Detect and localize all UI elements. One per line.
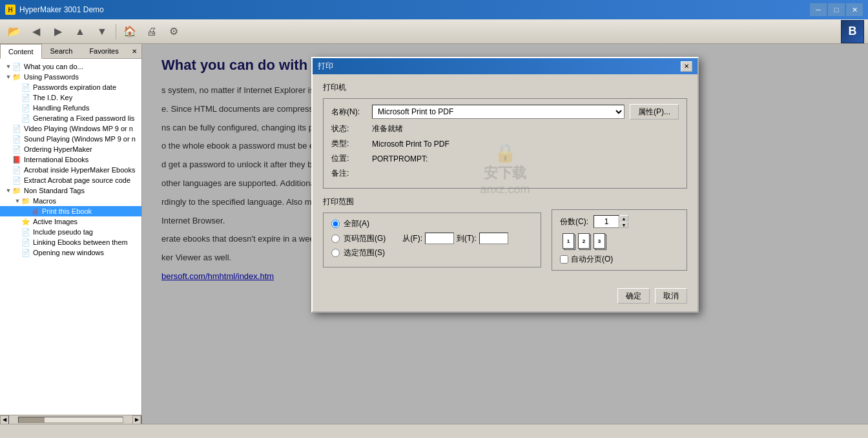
page-range-radio[interactable] <box>331 235 340 243</box>
doc-icon: 📄 <box>21 114 31 123</box>
collate-checkbox[interactable] <box>560 255 568 264</box>
printer-group: 名称(N): Microsoft Print to PDF 属性(P)... 状… <box>323 98 687 189</box>
sidebar-item-non-standard[interactable]: ▼ 📁 Non Standard Tags <box>0 185 141 196</box>
sidebar-label: Using Passwords <box>24 73 79 81</box>
sidebar-label: Print this Ebook <box>42 207 92 215</box>
sidebar-label: Acrobat inside HyperMaker Ebooks <box>24 166 135 174</box>
doc-icon: 📄 <box>12 145 22 154</box>
sidebar-item-ordering[interactable]: 📄 Ordering HyperMaker <box>0 144 141 154</box>
settings-button[interactable]: ⚙ <box>163 22 184 41</box>
status-label: 状态: <box>331 123 367 134</box>
doc-icon: 📄 <box>21 238 31 247</box>
sidebar-item-macros[interactable]: ▼ 📁 Macros <box>0 196 141 206</box>
sidebar-item-id-key[interactable]: 📄 The I.D. Key <box>0 92 141 103</box>
sidebar-item-opening-new-windows[interactable]: 📄 Opening new windows <box>0 247 141 258</box>
printer-name-label: 名称(N): <box>331 107 367 118</box>
sidebar-item-sound-playing[interactable]: 📄 Sound Playing (Windows MP 9 or n <box>0 134 141 144</box>
all-pages-row: 全部(A) <box>331 218 533 229</box>
sidebar-item-linking-ebooks[interactable]: 📄 Linking Ebooks between them <box>0 237 141 247</box>
doc-icon: 📄 <box>21 227 31 236</box>
sidebar-label: Sound Playing (Windows MP 9 or n <box>24 135 136 143</box>
title-bar: H HyperMaker 3001 Demo ─ □ ✕ <box>0 0 868 19</box>
to-input[interactable] <box>479 233 508 244</box>
sidebar-item-extract[interactable]: 📄 Extract Acrobat page source code <box>0 175 141 185</box>
sidebar-label: Video Playing (Windows MP 9 or n <box>24 125 133 132</box>
page-icon-1b: 2 <box>578 233 590 249</box>
open-button[interactable]: 📂 <box>4 22 25 41</box>
toolbar-separator <box>116 24 116 39</box>
main-layout: Content Search Favorites ✕ ▼ 📄 What you … <box>0 44 868 424</box>
selection-radio[interactable] <box>331 249 340 257</box>
all-pages-radio[interactable] <box>331 220 340 228</box>
printer-status-row: 状态: 准备就绪 <box>331 123 679 134</box>
copies-input[interactable] <box>594 215 619 228</box>
properties-button[interactable]: 属性(P)... <box>630 104 679 120</box>
cancel-button[interactable]: 取消 <box>655 288 687 304</box>
copies-group: 份数(C): ▲ ▼ <box>552 209 687 271</box>
down-button[interactable]: ▼ <box>92 22 112 41</box>
type-value: Microsoft Print To PDF <box>372 140 450 149</box>
sidebar-item-include-pseudo[interactable]: 📄 Include pseudo tag <box>0 227 141 237</box>
sidebar-label: The I.D. Key <box>33 94 72 101</box>
sidebar-tabs: Content Search Favorites ✕ <box>0 44 141 59</box>
sidebar-item-video-playing[interactable]: 📄 Video Playing (Windows MP 9 or n <box>0 123 141 134</box>
horizontal-scrollbar[interactable]: ◀ ▶ <box>0 415 141 424</box>
location-value: PORTPROMPT: <box>372 154 428 163</box>
doc-icon: 📄 <box>12 62 22 71</box>
sidebar-item-generating-fixed[interactable]: 📄 Generating a Fixed password lis <box>0 113 141 123</box>
print-range-title: 打印范围 <box>323 196 541 207</box>
from-input[interactable] <box>425 233 454 244</box>
sidebar-close-button[interactable]: ✕ <box>129 45 140 57</box>
ok-button[interactable]: 确定 <box>617 288 650 304</box>
status-bar <box>0 424 868 438</box>
window-close-button[interactable]: ✕ <box>846 3 863 16</box>
printer-name-select[interactable]: Microsoft Print to PDF <box>372 105 625 119</box>
sidebar-label: Non Standard Tags <box>24 187 85 194</box>
page-icon-1c: 3 <box>594 233 605 249</box>
sidebar-item-international[interactable]: 📕 International Ebooks <box>0 154 141 165</box>
printer-name-row: 名称(N): Microsoft Print to PDF 属性(P)... <box>331 104 679 120</box>
dialog-titlebar: 打印 ✕ <box>313 58 698 74</box>
comment-label: 备注: <box>331 168 367 179</box>
scroll-thumb[interactable] <box>19 417 45 422</box>
tab-content[interactable]: Content <box>0 44 42 59</box>
forward-button[interactable]: ▶ <box>48 22 68 41</box>
copies-down-button[interactable]: ▼ <box>619 222 628 228</box>
back-button[interactable]: ◀ <box>26 22 46 41</box>
sidebar-item-passwords-expiration[interactable]: 📄 Passwords expiration date <box>0 82 141 92</box>
printer-location-row: 位置: PORTPROMPT: <box>331 153 679 164</box>
minimize-button[interactable]: ─ <box>810 3 827 16</box>
scroll-track[interactable] <box>18 417 123 423</box>
home-button[interactable]: 🏠 <box>119 22 140 41</box>
content-wrapper: What you can do with HyperMaker HTML s s… <box>142 44 868 424</box>
copies-up-button[interactable]: ▲ <box>619 215 628 222</box>
dialog-overlay: 打印 ✕ 打印机 名称(N): Microsoft Print to PDF 属… <box>142 44 868 424</box>
sidebar-item-print-ebook[interactable]: 🖨 Print this Ebook <box>0 206 141 216</box>
print-icon: 🖨 <box>30 207 40 216</box>
dialog-close-button[interactable]: ✕ <box>681 61 692 72</box>
toolbar: 📂 ◀ ▶ ▲ ▼ 🏠 🖨 ⚙ B <box>0 19 868 44</box>
doc-icon: 📄 <box>12 176 22 185</box>
doc-icon: 📄 <box>21 248 31 257</box>
sidebar-item-handling-refunds[interactable]: 📄 Handling Refunds <box>0 103 141 113</box>
sidebar-tree: ▼ 📄 What you can do... ▼ 📁 Using Passwor… <box>0 59 141 415</box>
collate-visual: 1 2 3 <box>563 233 679 249</box>
sidebar-label: Extract Acrobat page source code <box>24 176 130 184</box>
maximize-button[interactable]: □ <box>828 3 845 16</box>
copies-inner: 份数(C): ▲ ▼ <box>560 215 679 265</box>
sidebar-item-what-you-can[interactable]: ▼ 📄 What you can do... <box>0 61 141 72</box>
up-button[interactable]: ▲ <box>70 22 90 41</box>
scroll-right[interactable]: ▶ <box>132 415 141 424</box>
page-range-row: 页码范围(G) 从(F): 到(T): <box>331 233 533 244</box>
print-button[interactable]: 🖨 <box>141 22 162 41</box>
sidebar-item-acrobat[interactable]: 📄 Acrobat inside HyperMaker Ebooks <box>0 165 141 175</box>
print-dialog: 打印 ✕ 打印机 名称(N): Microsoft Print to PDF 属… <box>311 57 699 313</box>
scroll-left[interactable]: ◀ <box>0 415 9 424</box>
selection-row: 选定范围(S) <box>331 247 533 258</box>
tab-search[interactable]: Search <box>42 44 81 58</box>
tab-favorites[interactable]: Favorites <box>81 44 127 58</box>
sidebar-item-active-images[interactable]: ⭐ Active Images <box>0 216 141 227</box>
sidebar-item-using-passwords[interactable]: ▼ 📁 Using Passwords <box>0 72 141 82</box>
sidebar-label: Handling Refunds <box>33 104 89 112</box>
folder-icon: 📁 <box>12 72 22 81</box>
